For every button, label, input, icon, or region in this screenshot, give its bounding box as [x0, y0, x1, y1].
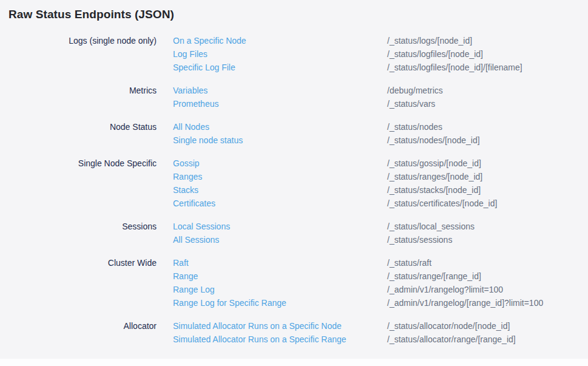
entry-list: Local Sessions /_status/local_sessions A…	[173, 220, 588, 246]
endpoint-row: Local Sessions /_status/local_sessions	[173, 220, 588, 233]
entry-list: On a Specific Node /_status/logs/[node_i…	[173, 34, 588, 74]
endpoint-row: Single node status /_status/nodes/[node_…	[173, 134, 588, 147]
endpoint-link[interactable]: Certificates	[173, 197, 387, 210]
endpoint-group: Node Status All Nodes /_status/nodes Sin…	[0, 120, 588, 147]
endpoint-group: Logs (single node only) On a Specific No…	[0, 34, 588, 74]
endpoint-link[interactable]: On a Specific Node	[173, 34, 387, 47]
endpoint-link[interactable]: Stacks	[173, 183, 387, 197]
endpoint-group: Single Node Specific Gossip /_status/gos…	[0, 157, 588, 210]
endpoint-row: Log Files /_status/logfiles/[node_id]	[173, 47, 588, 61]
endpoint-link[interactable]: Gossip	[173, 157, 387, 170]
endpoint-group: Allocator Simulated Allocator Runs on a …	[0, 319, 588, 346]
endpoint-link[interactable]: Range Log	[173, 283, 387, 296]
endpoint-row: Range Log for Specific Range /_admin/v1/…	[173, 296, 588, 310]
endpoint-row: Raft /_status/raft	[173, 256, 588, 269]
entry-list: Variables /debug/metrics Prometheus /_st…	[173, 84, 588, 110]
endpoint-row: Gossip /_status/gossip/[node_id]	[173, 157, 588, 170]
endpoint-path: /_admin/v1/rangelog?limit=100	[387, 283, 503, 296]
page-title: Raw Status Endpoints (JSON)	[0, 0, 588, 21]
endpoint-row: All Nodes /_status/nodes	[173, 120, 588, 134]
endpoint-path: /_status/raft	[387, 256, 431, 269]
endpoint-row: On a Specific Node /_status/logs/[node_i…	[173, 34, 588, 47]
endpoint-link[interactable]: Specific Log File	[173, 61, 387, 74]
category-label: Sessions	[0, 220, 157, 233]
endpoint-row: Range Log /_admin/v1/rangelog?limit=100	[173, 283, 588, 296]
endpoint-path: /_status/vars	[387, 97, 435, 110]
endpoint-path: /_admin/v1/rangelog/[range_id]?limit=100	[387, 296, 543, 310]
endpoint-link[interactable]: All Nodes	[173, 120, 387, 134]
endpoint-path: /_status/logfiles/[node_id]/[filename]	[387, 61, 522, 74]
entry-list: Simulated Allocator Runs on a Specific N…	[173, 319, 588, 346]
category-label: Metrics	[0, 84, 157, 97]
endpoints-table: Logs (single node only) On a Specific No…	[0, 34, 588, 346]
endpoint-row: Prometheus /_status/vars	[173, 97, 588, 110]
endpoint-path: /_status/local_sessions	[387, 220, 475, 233]
endpoint-link[interactable]: Single node status	[173, 134, 387, 147]
endpoint-row: Simulated Allocator Runs on a Specific N…	[173, 319, 588, 333]
endpoint-link[interactable]: Range Log for Specific Range	[173, 296, 387, 310]
endpoint-group: Sessions Local Sessions /_status/local_s…	[0, 220, 588, 246]
endpoint-path: /_status/ranges/[node_id]	[387, 170, 482, 183]
endpoint-row: Specific Log File /_status/logfiles/[nod…	[173, 61, 588, 74]
endpoint-path: /_status/allocator/node/[node_id]	[387, 319, 510, 333]
endpoint-path: /_status/stacks/[node_id]	[387, 183, 481, 197]
endpoint-link[interactable]: Prometheus	[173, 97, 387, 110]
endpoint-link[interactable]: Range	[173, 269, 387, 283]
endpoint-link[interactable]: Local Sessions	[173, 220, 387, 233]
category-label: Single Node Specific	[0, 157, 157, 170]
endpoint-path: /_status/allocator/range/[range_id]	[387, 333, 516, 346]
endpoint-row: Variables /debug/metrics	[173, 84, 588, 97]
entry-list: Gossip /_status/gossip/[node_id] Ranges …	[173, 157, 588, 210]
endpoint-path: /_status/gossip/[node_id]	[387, 157, 481, 170]
endpoint-link[interactable]: Variables	[173, 84, 387, 97]
endpoint-path: /debug/metrics	[387, 84, 443, 97]
bottom-strip	[0, 359, 588, 366]
endpoint-link[interactable]: All Sessions	[173, 233, 387, 246]
category-label: Allocator	[0, 319, 157, 333]
endpoint-path: /_status/nodes	[387, 120, 442, 134]
endpoint-row: Range /_status/range/[range_id]	[173, 269, 588, 283]
endpoint-link[interactable]: Log Files	[173, 47, 387, 61]
endpoint-row: Simulated Allocator Runs on a Specific R…	[173, 333, 588, 346]
entry-list: All Nodes /_status/nodes Single node sta…	[173, 120, 588, 147]
category-label: Logs (single node only)	[0, 34, 157, 47]
endpoint-link[interactable]: Ranges	[173, 170, 387, 183]
endpoint-path: /_status/range/[range_id]	[387, 269, 481, 283]
endpoint-row: Stacks /_status/stacks/[node_id]	[173, 183, 588, 197]
endpoint-path: /_status/sessions	[387, 233, 452, 246]
endpoint-path: /_status/certificates/[node_id]	[387, 197, 497, 210]
endpoint-path: /_status/logfiles/[node_id]	[387, 47, 483, 61]
endpoint-row: Certificates /_status/certificates/[node…	[173, 197, 588, 210]
endpoint-row: All Sessions /_status/sessions	[173, 233, 588, 246]
endpoint-path: /_status/logs/[node_id]	[387, 34, 472, 47]
endpoint-link[interactable]: Simulated Allocator Runs on a Specific R…	[173, 333, 387, 346]
endpoint-row: Ranges /_status/ranges/[node_id]	[173, 170, 588, 183]
endpoint-group: Metrics Variables /debug/metrics Prometh…	[0, 84, 588, 110]
endpoint-group: Cluster Wide Raft /_status/raft Range /_…	[0, 256, 588, 310]
endpoint-path: /_status/nodes/[node_id]	[387, 134, 480, 147]
endpoint-link[interactable]: Simulated Allocator Runs on a Specific N…	[173, 319, 387, 333]
category-label: Cluster Wide	[0, 256, 157, 269]
endpoint-link[interactable]: Raft	[173, 256, 387, 269]
entry-list: Raft /_status/raft Range /_status/range/…	[173, 256, 588, 310]
category-label: Node Status	[0, 120, 157, 134]
